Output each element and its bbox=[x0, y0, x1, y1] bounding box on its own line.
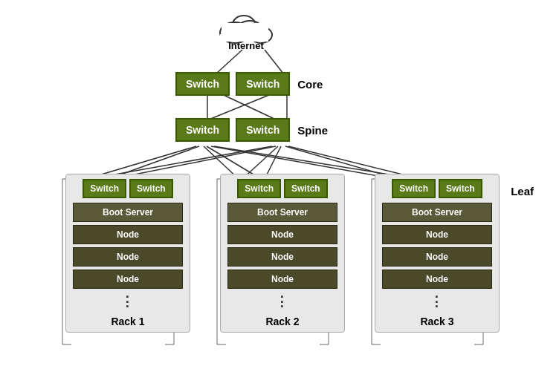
core-switch-2: Switch bbox=[236, 72, 290, 96]
rack-3-switch-2: Switch bbox=[439, 179, 482, 198]
rack-3-label: Rack 3 bbox=[420, 316, 453, 327]
rack-3-node-3: Node bbox=[382, 270, 492, 289]
rack-3: Switch Switch Boot Server Node Node Node… bbox=[375, 174, 500, 333]
core-switch-1: Switch bbox=[175, 72, 230, 96]
rack-1-switches: Switch Switch bbox=[83, 179, 172, 198]
rack-1-dots: ⋮ bbox=[120, 293, 135, 310]
spine-label: Spine bbox=[297, 124, 328, 137]
rack-1-node-2: Node bbox=[73, 247, 183, 267]
svg-line-0 bbox=[216, 50, 242, 74]
rack-1: Switch Switch Boot Server Node Node Node… bbox=[65, 174, 190, 333]
rack-2-switches: Switch Switch bbox=[237, 179, 327, 198]
rack-1-node-1: Node bbox=[73, 225, 183, 244]
rack-2-dots: ⋮ bbox=[275, 293, 290, 310]
rack-3-switches: Switch Switch bbox=[392, 179, 482, 198]
core-label: Core bbox=[297, 78, 323, 91]
rack-1-switch-2: Switch bbox=[129, 179, 173, 198]
svg-rect-41 bbox=[222, 23, 268, 36]
rack-1-switch-1: Switch bbox=[83, 179, 126, 198]
rack-2-switch-2: Switch bbox=[284, 179, 328, 198]
rack-1-node-3: Node bbox=[73, 270, 183, 289]
rack-3-switch-1: Switch bbox=[392, 179, 436, 198]
rack-2-boot-server: Boot Server bbox=[227, 203, 337, 222]
rack-2-node-2: Node bbox=[227, 247, 337, 267]
internet-cloud: Internet bbox=[213, 7, 280, 51]
rack-2-node-3: Node bbox=[227, 270, 337, 289]
rack-1-boot-server: Boot Server bbox=[73, 203, 183, 222]
leaf-label: Leaf bbox=[511, 185, 534, 197]
core-layer: Switch Switch Core bbox=[175, 72, 323, 96]
rack-2: Switch Switch Boot Server Node Node Node… bbox=[220, 174, 345, 333]
rack-2-label: Rack 2 bbox=[265, 316, 299, 327]
spine-switch-2: Switch bbox=[236, 118, 290, 142]
network-diagram: Internet Switch Switch Core Switch Switc… bbox=[12, 7, 547, 385]
rack-3-dots: ⋮ bbox=[430, 293, 445, 310]
internet-label: Internet bbox=[228, 40, 264, 51]
rack-1-label: Rack 1 bbox=[111, 316, 144, 327]
rack-3-node-2: Node bbox=[382, 247, 492, 267]
rack-2-switch-1: Switch bbox=[237, 179, 281, 198]
rack-2-node-1: Node bbox=[227, 225, 337, 244]
rack-3-node-1: Node bbox=[382, 225, 492, 244]
spine-layer: Switch Switch Spine bbox=[175, 118, 328, 142]
rack-3-boot-server: Boot Server bbox=[382, 203, 492, 222]
svg-line-1 bbox=[265, 50, 283, 74]
spine-switch-1: Switch bbox=[175, 118, 230, 142]
